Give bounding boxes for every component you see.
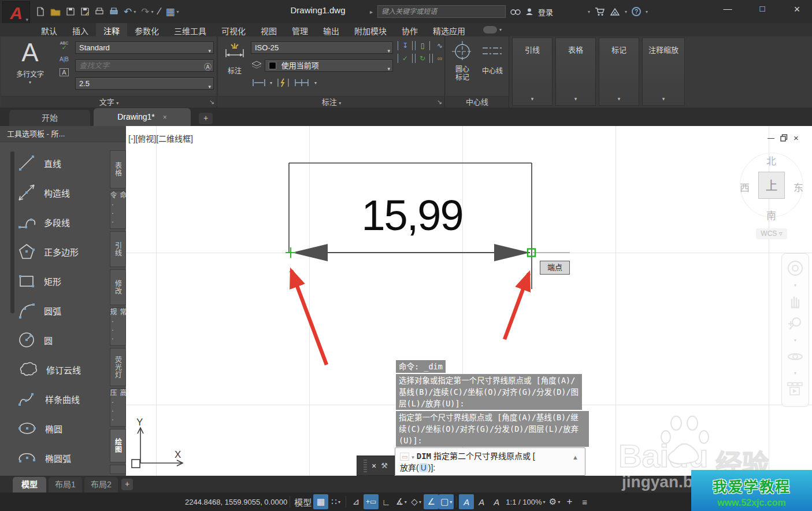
palette-tab-modify[interactable]: 修改 bbox=[110, 269, 126, 305]
tool-palette-title[interactable]: 工具选项板 - 所... bbox=[0, 126, 126, 142]
apps-caret-icon[interactable]: ▾ bbox=[625, 9, 627, 14]
line-tool-icon[interactable]: ∕ bbox=[159, 6, 161, 17]
palette-tab-general[interactable]: 常规... bbox=[110, 308, 126, 346]
autodesk-app-store-icon[interactable] bbox=[610, 8, 620, 16]
command-wrench-icon[interactable]: ⚒ bbox=[381, 461, 388, 470]
dim-style-combo[interactable]: ISO-25▾ bbox=[251, 42, 393, 54]
palette-item-line[interactable]: 直线 bbox=[17, 151, 109, 175]
palette-tab-table[interactable]: 表格 bbox=[110, 150, 126, 188]
help-caret-icon[interactable]: ▾ bbox=[646, 9, 648, 14]
close-button[interactable]: × bbox=[787, 3, 807, 16]
palette-item-spline[interactable]: 样条曲线 bbox=[17, 387, 109, 410]
polar-tracking-toggle[interactable]: ∡▾ bbox=[394, 494, 409, 509]
ribbon-display-toggle[interactable]: ▾ bbox=[483, 23, 502, 36]
text-style-caret-icon[interactable]: ▾ bbox=[208, 46, 211, 54]
adjust-space-icon[interactable]: ▯ bbox=[415, 41, 430, 50]
object-snap-tracking-toggle[interactable]: ∠ bbox=[424, 494, 439, 509]
palette-item-polygon[interactable]: 正多边形 bbox=[17, 240, 109, 263]
redo-caret-icon[interactable]: ▾ bbox=[151, 9, 154, 14]
grid-toggle[interactable]: ▦ bbox=[313, 494, 328, 509]
drawing-canvas[interactable]: [-][俯视][二维线框] Baidu 经验 bbox=[126, 126, 812, 476]
palette-tab-leader[interactable]: 引线 bbox=[110, 231, 126, 267]
markup-panel-collapsed[interactable]: 标记▾ bbox=[599, 38, 639, 106]
table-caret-icon[interactable]: ▾ bbox=[556, 96, 595, 102]
dimension-value[interactable]: 15,99 bbox=[328, 191, 496, 240]
markup-caret-icon[interactable]: ▾ bbox=[599, 96, 639, 102]
annotation-scaling-panel-collapsed[interactable]: 注释缩放▾ bbox=[642, 38, 685, 106]
search-binoculars-icon[interactable] bbox=[510, 8, 521, 16]
command-input[interactable]: ▭ ▾ DIM 指定第二个尺寸界线原点或 [ 放弃(U)]: bbox=[395, 447, 585, 476]
isolate-objects-icon[interactable]: ≡ bbox=[577, 494, 592, 509]
start-tab[interactable]: 开始 bbox=[9, 110, 90, 126]
search-input[interactable] bbox=[377, 5, 506, 18]
isodraft-caret-icon[interactable]: ▾ bbox=[419, 499, 421, 505]
navigation-wheel-icon[interactable] bbox=[787, 260, 804, 277]
ribbon-tab-insert[interactable]: 插入 bbox=[65, 23, 96, 36]
ribbon-tab-parametric[interactable]: 参数化 bbox=[127, 23, 166, 36]
layout2-tab[interactable]: 布局2 bbox=[84, 477, 118, 493]
dynamic-input-toggle[interactable]: +▭ bbox=[364, 494, 379, 509]
find-text-search-icon[interactable]: Ⓐ bbox=[204, 61, 212, 72]
app-menu-button[interactable]: A ▾ bbox=[2, 1, 30, 25]
ucs-icon[interactable] bbox=[132, 428, 183, 468]
dim-layer-caret-icon[interactable]: ▾ bbox=[387, 64, 390, 72]
centerline-panel-label[interactable]: 中心线 bbox=[446, 96, 509, 108]
viewport-minimize-icon[interactable]: — bbox=[767, 134, 774, 142]
annotation-scale-value[interactable]: 1:1 / 100%▾ bbox=[504, 494, 547, 509]
command-window-handle[interactable]: × ⚒ bbox=[357, 456, 395, 476]
open-folder-icon[interactable] bbox=[50, 8, 61, 16]
dim-linear-caret-icon[interactable]: ▾ bbox=[270, 80, 272, 86]
new-file-icon[interactable] bbox=[36, 7, 45, 16]
print-icon[interactable] bbox=[109, 7, 118, 16]
palette-tab-fluorescent[interactable]: 荧光灯 bbox=[110, 348, 126, 386]
viewcube-east[interactable]: 东 bbox=[794, 180, 803, 194]
dimension-button[interactable]: 标注 bbox=[222, 41, 247, 75]
dim-update-icon[interactable]: ↻ bbox=[415, 54, 430, 63]
osnap-caret-icon[interactable]: ▾ bbox=[450, 499, 452, 505]
dimension-panel-label[interactable]: 标注 ▾ bbox=[218, 96, 444, 108]
sheet-set-icon[interactable]: ▦ bbox=[165, 6, 175, 18]
undo-caret-icon[interactable]: ▾ bbox=[134, 9, 136, 14]
text-height-caret-icon[interactable]: ▾ bbox=[208, 82, 211, 90]
layout1-tab[interactable]: 布局1 bbox=[49, 477, 82, 493]
qat-customize-icon[interactable]: ▾ bbox=[176, 9, 179, 14]
viewport-close-icon[interactable]: × bbox=[794, 133, 799, 143]
snap-caret-icon[interactable]: ▾ bbox=[338, 499, 340, 505]
mtext-button[interactable]: A 多行文字 ▾ bbox=[8, 39, 52, 85]
ribbon-tab-featured[interactable]: 精选应用 bbox=[425, 23, 473, 36]
command-history-caret-icon[interactable]: ▲ bbox=[572, 454, 579, 461]
save-as-icon[interactable] bbox=[80, 7, 90, 16]
dimension-panel-expand-icon[interactable]: ↘ bbox=[437, 98, 442, 106]
customization-gear-icon[interactable]: ⚙▾ bbox=[547, 494, 562, 509]
showmotion-icon[interactable] bbox=[787, 382, 804, 397]
find-text-input[interactable] bbox=[76, 60, 197, 71]
command-grip-icon[interactable] bbox=[364, 458, 367, 473]
sign-in-link[interactable]: 登录 bbox=[538, 6, 553, 17]
spell-check-icon[interactable]: ABC ✓ bbox=[60, 41, 68, 50]
dim-layer-icon[interactable] bbox=[251, 61, 262, 70]
dim-layer-combo[interactable]: 使用当前项▾ bbox=[265, 60, 393, 72]
polar-caret-icon[interactable]: ▾ bbox=[405, 499, 407, 505]
gear-caret-icon[interactable]: ▾ bbox=[558, 499, 560, 505]
find-text-field[interactable]: Ⓐ bbox=[75, 60, 214, 72]
ribbon-tab-output[interactable]: 输出 bbox=[316, 23, 347, 36]
text-panel-label[interactable]: 文字 ▾ bbox=[1, 96, 217, 108]
palette-item-rectangle[interactable]: 矩形 bbox=[17, 269, 109, 292]
ribbon-tab-addins[interactable]: 附加模块 bbox=[347, 23, 394, 36]
scale-caret-icon[interactable]: ▾ bbox=[543, 499, 546, 505]
isodraft-toggle[interactable]: ◇▾ bbox=[409, 494, 424, 509]
table-panel-collapsed[interactable]: 表格▾ bbox=[555, 38, 596, 106]
ribbon-tab-view[interactable]: 视图 bbox=[253, 23, 284, 36]
plot-icon[interactable] bbox=[95, 7, 104, 16]
continue-dim-icon[interactable] bbox=[294, 79, 310, 87]
dim-break-icon[interactable]: ↧ bbox=[398, 41, 413, 50]
help-icon[interactable]: ? bbox=[632, 7, 641, 16]
model-space-toggle[interactable]: 模型 bbox=[292, 494, 313, 509]
annotation-scale-icon[interactable]: A bbox=[489, 494, 504, 509]
palette-item-ellipse[interactable]: 椭圆 bbox=[17, 417, 109, 440]
object-snap-toggle[interactable]: ▢▾ bbox=[439, 494, 454, 509]
zoom-icon[interactable] bbox=[787, 316, 803, 332]
navigation-bar[interactable]: ▾ ▾ ▾ bbox=[781, 253, 809, 407]
ribbon-tab-collaborate[interactable]: 协作 bbox=[394, 23, 425, 36]
command-recent-caret-icon[interactable]: ▾ bbox=[411, 454, 414, 460]
